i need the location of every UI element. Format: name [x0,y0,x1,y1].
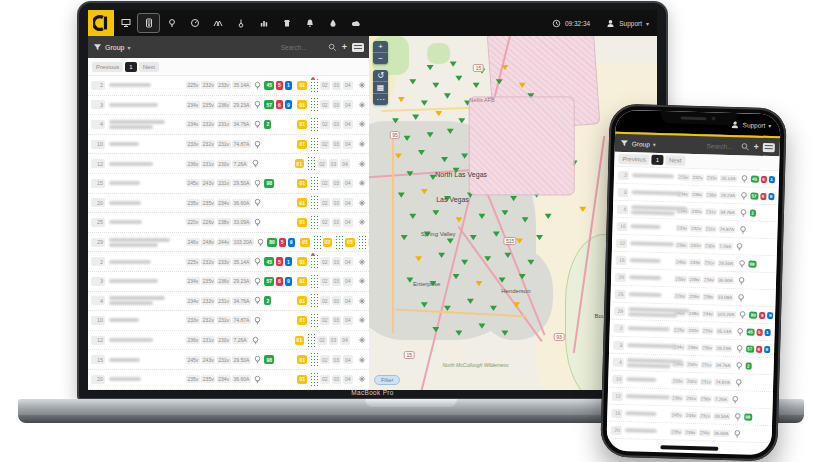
table-row[interactable]: 10233v232v231v74.87A01020304 [88,311,369,331]
schedule-slot[interactable]: 02 [320,355,330,364]
previous-page-button[interactable]: Previous [92,62,123,72]
device-marker-ok[interactable] [412,114,419,120]
locate-icon[interactable]: ↺ [373,70,388,82]
droplet-icon[interactable] [321,10,344,36]
schedule-slot[interactable]: 02 [320,81,330,90]
table-row[interactable]: 12236v231v230v7.26A01020304 [88,331,369,351]
towers-icon[interactable] [206,10,229,36]
schedule-slot[interactable]: 03 [329,159,339,168]
row-settings-icon[interactable] [358,375,366,383]
schedule-slot[interactable]: 02 [320,296,330,305]
lightbulb-icon[interactable] [160,10,183,36]
current-page-button[interactable]: 1 [652,155,664,165]
gauge-icon[interactable] [183,10,206,36]
chart-icon[interactable] [252,10,275,36]
map-filter-button[interactable]: Filter [374,375,400,385]
filter-icon[interactable] [93,43,102,52]
schedule-slot[interactable]: 03 [332,198,342,207]
user-menu[interactable]: Support [619,20,642,27]
schedule-slot[interactable]: 01 [297,316,307,325]
thermometer-icon[interactable] [229,10,252,36]
phone-table-row[interactable]: 20235v235v234v36.60A [607,422,772,444]
zoom-out-button[interactable]: − [373,53,388,64]
table-row[interactable]: 2225v232v233v35.14A455101020304 [88,76,369,96]
row-settings-icon[interactable] [358,179,366,187]
device-marker-ok[interactable] [455,75,462,81]
previous-page-button[interactable]: Previous [618,154,650,165]
row-settings-icon[interactable] [358,258,366,266]
phone-home-indicator[interactable] [660,445,718,451]
device-marker-ok[interactable] [421,100,428,106]
table-row[interactable]: 29246v248v244v103.20A805901020304 [88,233,369,253]
more-options-icon[interactable]: ⋯ [373,94,388,105]
row-settings-icon[interactable] [358,199,366,207]
row-settings-icon[interactable] [358,336,366,344]
schedule-slot[interactable]: 04 [340,336,350,345]
schedule-slot[interactable]: 02 [320,218,330,227]
schedule-slot[interactable]: 04 [340,159,350,168]
table-row[interactable]: 4234v232v231v34.76A201020304 [88,115,369,135]
schedule-slot[interactable]: 04 [343,355,353,364]
device-marker-ok[interactable] [513,128,520,134]
schedule-slot[interactable]: 02 [320,375,330,384]
schedule-slot[interactable]: 03 [332,257,342,266]
schedule-slot[interactable]: 02 [320,257,330,266]
table-row[interactable]: 3234v235v236v29.23A576901020304 [88,96,369,116]
table-row[interactable]: 4234v232v231v34.76A201020304 [88,292,369,312]
search-input[interactable] [706,142,736,150]
transformer-icon[interactable] [275,10,298,36]
current-page-button[interactable]: 1 [125,62,136,72]
device-marker-ok[interactable] [409,78,416,84]
schedule-slot[interactable]: 03 [332,140,342,149]
schedule-slot[interactable]: 04 [343,296,353,305]
table-row[interactable]: 12236v231v230v7.26A01020304 [88,154,369,174]
group-filter[interactable]: Group [105,44,124,51]
row-settings-icon[interactable] [358,160,366,168]
schedule-slot[interactable]: 04 [343,179,353,188]
schedule-slot[interactable]: 03 [332,296,342,305]
schedule-slot[interactable]: 04 [343,81,353,90]
schedule-slot[interactable]: 01 [297,296,307,305]
table-row[interactable]: 20235v235v234v36.60A01020304 [88,370,369,390]
device-marker-ok[interactable] [450,61,457,67]
chevron-down-icon[interactable]: ▾ [768,122,771,129]
schedule-slot[interactable]: 04 [343,375,353,384]
schedule-slot[interactable]: 04 [343,120,353,129]
table-view-icon[interactable] [763,142,775,151]
schedule-slot[interactable]: 03 [332,218,342,227]
schedule-slot[interactable]: 01 [295,159,305,168]
schedule-slot[interactable]: 03 [329,336,339,345]
device-marker-warning[interactable] [435,110,442,116]
schedule-slot[interactable]: 03 [332,120,342,129]
device-marker-ok[interactable] [444,93,451,99]
row-settings-icon[interactable] [358,356,366,364]
schedule-slot[interactable]: 02 [320,140,330,149]
schedule-slot[interactable]: 04 [343,140,353,149]
layers-icon[interactable]: ▦ [373,82,388,94]
schedule-slot[interactable]: 03 [332,355,342,364]
device-marker-ok[interactable] [473,82,480,88]
schedule-slot[interactable]: 03 [332,100,342,109]
schedule-slot[interactable]: 01 [295,336,305,345]
table-view-icon[interactable] [352,43,364,52]
add-button[interactable]: + [753,142,759,151]
schedule-slot[interactable]: 03 [332,179,342,188]
schedule-slot[interactable]: 02 [323,238,333,247]
schedule-slot[interactable]: 04 [343,257,353,266]
device-marker-ok[interactable] [464,100,471,106]
schedule-slot[interactable]: 04 [343,198,353,207]
zoom-in-button[interactable]: + [373,41,388,53]
schedule-slot[interactable]: 01 [297,100,307,109]
chevron-down-icon[interactable]: ▾ [127,44,130,51]
filter-icon[interactable] [620,138,629,147]
table-row[interactable]: 15245v243v231v29.50A9801020304 [88,174,369,194]
row-settings-icon[interactable] [358,140,366,148]
table-row[interactable]: 3234v235v236v29.23A576901020304 [88,272,369,292]
schedule-slot[interactable]: 01 [297,198,307,207]
schedule-slot[interactable]: 03 [332,316,342,325]
schedule-slot[interactable]: 01 [300,238,310,247]
schedule-slot[interactable]: 01 [297,218,307,227]
schedule-slot[interactable]: 01 [297,355,307,364]
row-settings-icon[interactable] [358,297,366,305]
schedule-slot[interactable]: 01 [297,120,307,129]
